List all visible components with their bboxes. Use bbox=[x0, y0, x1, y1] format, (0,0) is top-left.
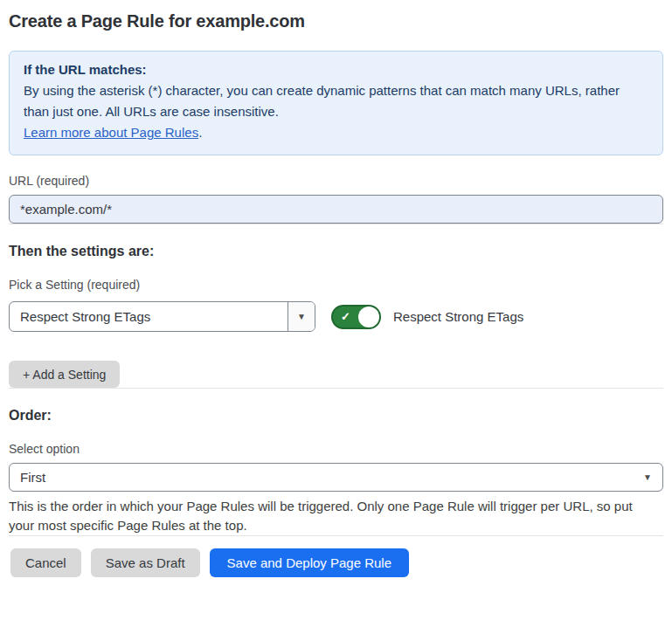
url-match-callout: If the URL matches: By using the asteris… bbox=[9, 51, 663, 155]
order-heading: Order: bbox=[9, 408, 663, 424]
save-deploy-button[interactable]: Save and Deploy Page Rule bbox=[210, 548, 409, 577]
setting-select-arrow-button[interactable]: ▼ bbox=[288, 302, 315, 331]
divider bbox=[9, 388, 663, 389]
order-select[interactable]: First ▼ bbox=[9, 463, 663, 492]
save-draft-button[interactable]: Save as Draft bbox=[91, 548, 200, 577]
settings-heading: Then the settings are: bbox=[9, 244, 663, 259]
cancel-button[interactable]: Cancel bbox=[10, 548, 81, 577]
callout-body: By using the asterisk (*) character, you… bbox=[24, 80, 648, 122]
pick-setting-label: Pick a Setting (required) bbox=[9, 278, 663, 292]
setting-toggle[interactable]: ✓ bbox=[331, 305, 381, 329]
select-option-label: Select option bbox=[9, 442, 663, 456]
setting-select-value: Respect Strong ETags bbox=[10, 302, 288, 331]
setting-row: Respect Strong ETags ▼ ✓ Respect Strong … bbox=[9, 301, 663, 332]
url-input[interactable] bbox=[9, 195, 663, 224]
toggle-knob bbox=[358, 307, 379, 327]
page-title: Create a Page Rule for example.com bbox=[9, 11, 663, 31]
check-icon: ✓ bbox=[341, 311, 350, 322]
chevron-down-icon: ▼ bbox=[297, 313, 306, 321]
learn-more-link[interactable]: Learn more about Page Rules bbox=[24, 125, 198, 140]
order-select-value: First bbox=[20, 470, 45, 485]
footer-actions: Cancel Save as Draft Save and Deploy Pag… bbox=[9, 548, 663, 577]
callout-heading: If the URL matches: bbox=[24, 59, 648, 80]
divider bbox=[9, 224, 663, 224]
add-setting-button[interactable]: + Add a Setting bbox=[9, 361, 120, 388]
url-label: URL (required) bbox=[9, 174, 663, 188]
order-help-text: This is the order in which your Page Rul… bbox=[9, 497, 660, 535]
divider bbox=[9, 535, 663, 536]
setting-select[interactable]: Respect Strong ETags ▼ bbox=[9, 301, 315, 332]
callout-link-line: Learn more about Page Rules. bbox=[24, 122, 648, 143]
chevron-down-icon: ▼ bbox=[643, 473, 652, 482]
setting-toggle-label: Respect Strong ETags bbox=[393, 309, 523, 324]
callout-link-suffix: . bbox=[198, 125, 202, 140]
create-page-rule-form: Create a Page Rule for example.com If th… bbox=[0, 11, 672, 577]
